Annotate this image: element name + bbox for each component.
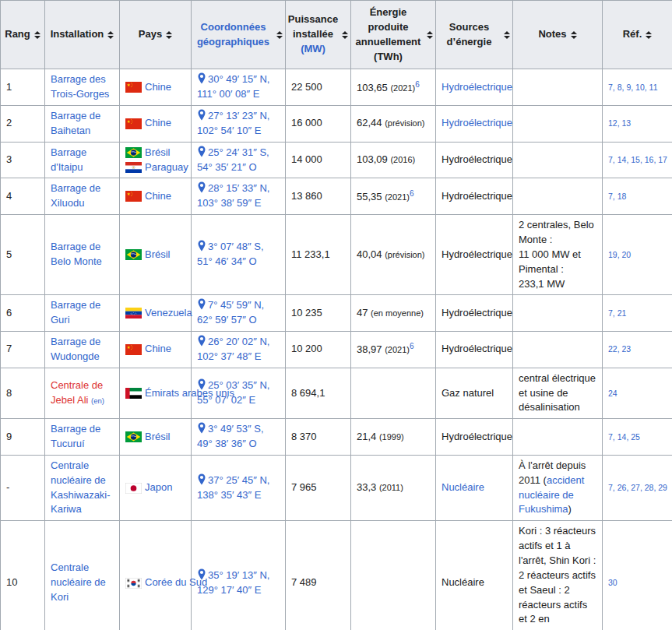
ref-link[interactable]: 24 xyxy=(608,389,617,398)
footnote-link[interactable]: 6 xyxy=(415,80,420,89)
ref-link[interactable]: 7 xyxy=(608,432,613,442)
ref-link[interactable]: 22 xyxy=(608,344,617,354)
coordinates-link[interactable]: 37° 25′ 45″ N, 138° 35′ 43″ E xyxy=(197,474,269,501)
sort-icon[interactable] xyxy=(276,31,283,39)
ref-link[interactable]: 17 xyxy=(658,155,667,164)
ref-link[interactable]: 21 xyxy=(617,308,627,318)
country-item: Chine xyxy=(125,116,185,131)
ref-link[interactable]: 15 xyxy=(631,155,640,164)
ref-link[interactable]: 13 xyxy=(622,118,632,128)
interwiki-en-label[interactable]: (en) xyxy=(91,396,104,405)
country-link[interactable]: Chine xyxy=(145,80,171,95)
country-link[interactable]: Japon xyxy=(145,480,172,495)
country-link[interactable]: Brésil xyxy=(145,146,171,160)
coordinates-link[interactable]: 3° 07′ 48″ S, 51° 46′ 34″ O xyxy=(197,241,264,267)
ref-link[interactable]: 7 xyxy=(608,308,613,318)
installation-link[interactable]: Barrage de Baihetan xyxy=(51,110,100,136)
energy-source-link[interactable]: Nucléaire xyxy=(442,481,484,493)
coordinates-link[interactable]: 3° 49′ 53″ S, 49° 38′ 36″ O xyxy=(197,423,264,449)
map-pin-icon xyxy=(197,378,206,390)
ref-link[interactable]: 26 xyxy=(617,483,627,492)
ref-link[interactable]: 20 xyxy=(622,250,632,259)
map-pin-icon xyxy=(197,72,206,84)
coordinates-link[interactable]: 30° 49′ 15″ N, 111° 00′ 08″ E xyxy=(197,73,269,100)
sort-icon[interactable] xyxy=(646,31,652,39)
installation-link[interactable]: Barrage des Trois-Gorges xyxy=(51,73,109,100)
sort-up-arrow xyxy=(276,31,283,34)
sort-icon[interactable] xyxy=(107,31,114,39)
header-energie[interactable]: Énergie produite annuellement (TWh) xyxy=(351,1,436,69)
sort-icon[interactable] xyxy=(571,31,577,39)
ref-link[interactable]: 29 xyxy=(658,483,667,492)
ref-link[interactable]: 16 xyxy=(645,155,654,164)
installation-link[interactable]: Barrage de Guri xyxy=(51,299,100,326)
country-link[interactable]: Brésil xyxy=(145,430,171,445)
reference-links: 7, 26, 27, 28, 29 xyxy=(608,483,667,492)
country-item: Paraguay xyxy=(125,160,185,175)
energy-qualifier: (2021) xyxy=(385,346,410,355)
header-pays[interactable]: Pays xyxy=(120,1,192,69)
ref-link[interactable]: 10 xyxy=(635,83,645,92)
ref-link[interactable]: 12 xyxy=(608,118,617,128)
installation-link[interactable]: Barrage de Xiluodu xyxy=(51,182,100,209)
energy-source-link[interactable]: Hydroélectrique xyxy=(442,117,512,128)
energy-source-link[interactable]: Hydroélectrique xyxy=(442,81,512,93)
coordinates-link[interactable]: 25° 24′ 31″ S, 54° 35′ 21″ O xyxy=(197,146,269,173)
ref-link[interactable]: 19 xyxy=(608,250,617,259)
coordinates-link[interactable]: 35° 19′ 13″ N, 129° 17′ 40″ E xyxy=(197,569,269,596)
ref-link[interactable]: 7 xyxy=(608,83,613,92)
ref-link[interactable]: 18 xyxy=(617,192,627,201)
header-sources[interactable]: Sources d’énergie xyxy=(436,1,513,69)
sort-icon[interactable] xyxy=(427,31,433,39)
installation-link[interactable]: Barrage de Belo Monte xyxy=(51,241,102,267)
sort-icon[interactable] xyxy=(342,31,348,39)
footnote-link[interactable]: 6 xyxy=(410,189,414,198)
sort-icon[interactable] xyxy=(504,31,510,39)
ref-link[interactable]: 7 xyxy=(608,192,613,201)
country-link[interactable]: Chine xyxy=(145,116,171,131)
country-link[interactable]: Venezuela xyxy=(145,306,192,321)
header-rang[interactable]: Rang xyxy=(1,1,45,69)
ref-link[interactable]: 8 xyxy=(617,83,622,92)
ref-link[interactable]: 7 xyxy=(608,483,613,492)
ref-link[interactable]: 11 xyxy=(649,83,658,92)
header-unit-link[interactable]: (MW) xyxy=(301,43,325,55)
ref-link[interactable]: 30 xyxy=(608,578,617,587)
coordinates-link[interactable]: 27° 13′ 23″ N, 102° 54′ 10″ E xyxy=(197,110,269,136)
country-item: Venezuela xyxy=(125,306,185,321)
coordinates-link[interactable]: 26° 20′ 02″ N, 102° 37′ 48″ E xyxy=(197,336,269,362)
header-label-coordonnees[interactable]: Coordonnées géographiques xyxy=(194,20,273,50)
installation-link[interactable]: Centrale nucléaire de Kashiwazaki-Kariwa xyxy=(51,459,111,516)
header-coordonnees[interactable]: Coordonnées géographiques xyxy=(192,1,286,69)
ref-link[interactable]: 23 xyxy=(622,344,632,354)
ref-link[interactable]: 28 xyxy=(645,483,654,492)
installation-link[interactable]: Barrage de Wudongde xyxy=(51,336,100,362)
installation-link[interactable]: Barrage d'Itaipu xyxy=(51,146,86,173)
ref-link[interactable]: 7 xyxy=(608,155,613,164)
ref-link[interactable]: 14 xyxy=(617,155,627,164)
country-link[interactable]: Paraguay xyxy=(145,160,188,175)
sort-down-arrow xyxy=(107,36,114,39)
installation-link[interactable]: Barrage de Tucuruí xyxy=(51,423,100,449)
header-installation[interactable]: Installation xyxy=(45,1,120,69)
coordinates-link[interactable]: 7° 45′ 59″ N, 62° 59′ 57″ O xyxy=(197,299,264,326)
header-ref[interactable]: Réf. xyxy=(603,1,672,69)
coordinates-link[interactable]: 25° 03′ 35″ N, 55° 07′ 02″ E xyxy=(197,379,269,406)
country-link[interactable]: Chine xyxy=(145,189,171,204)
ref-link[interactable]: 25 xyxy=(631,432,640,442)
header-label-ref: Réf. xyxy=(623,27,642,42)
coordinates-link[interactable]: 28° 15′ 33″ N, 103° 38′ 59″ E xyxy=(197,182,269,209)
country-link[interactable]: Brésil xyxy=(145,248,171,262)
ref-link[interactable]: 14 xyxy=(617,432,627,442)
sort-icon[interactable] xyxy=(166,31,172,39)
header-puissance[interactable]: Puissance installée (MW) xyxy=(286,1,351,69)
header-notes[interactable]: Notes xyxy=(513,1,603,69)
country-link[interactable]: Chine xyxy=(145,342,171,357)
installation-link[interactable]: Centrale nucléaire de Kori xyxy=(51,561,106,603)
rank-cell: 6 xyxy=(1,295,45,332)
footnote-link[interactable]: 6 xyxy=(410,342,414,350)
sort-icon[interactable] xyxy=(34,31,40,39)
ref-link[interactable]: 9 xyxy=(626,83,631,92)
sort-up-arrow xyxy=(342,31,348,34)
ref-link[interactable]: 27 xyxy=(631,483,640,492)
